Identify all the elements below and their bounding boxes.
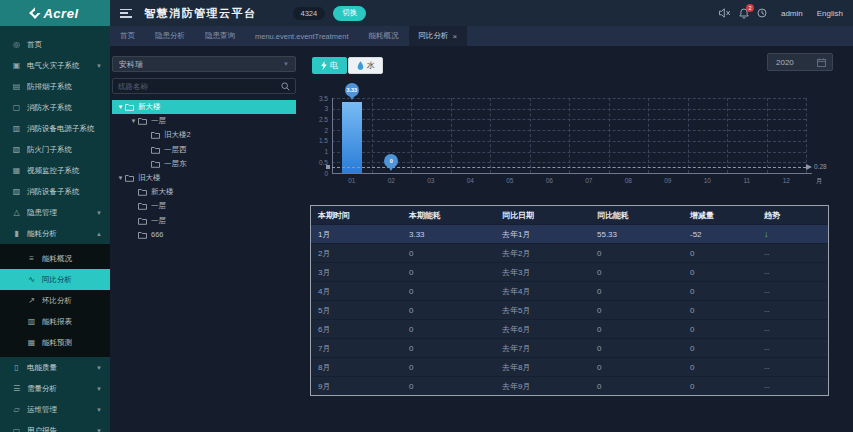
station-select[interactable]: 安科瑞 ▼ bbox=[112, 56, 296, 72]
sidebar-item[interactable]: ▢消防水子系统 bbox=[0, 97, 110, 118]
tree-node-label: 旧大楼2 bbox=[164, 130, 191, 140]
trend-cell: -- bbox=[757, 325, 828, 334]
hazard-icon: △ bbox=[12, 208, 21, 217]
caret-down-icon: ▼ bbox=[116, 104, 125, 110]
x-axis-tick-label: 11 bbox=[727, 177, 767, 184]
average-line-start bbox=[326, 165, 330, 169]
trend-cell: -- bbox=[757, 382, 828, 391]
table-cell: 0 bbox=[683, 249, 757, 258]
tree-node[interactable]: ▼旧大楼 bbox=[112, 171, 296, 185]
x-axis-tick-label: 01 bbox=[332, 177, 372, 184]
x-axis-tick-label: 02 bbox=[372, 177, 412, 184]
sidebar-item[interactable]: ▥消防设备电源子系统 bbox=[0, 118, 110, 139]
sidebar-item[interactable]: ▣电气火灾子系统▼ bbox=[0, 55, 110, 76]
sidebar-item[interactable]: ▤防排烟子系统 bbox=[0, 76, 110, 97]
tree-node[interactable]: 一层 bbox=[112, 214, 296, 228]
tab-item[interactable]: 同比分析× bbox=[409, 26, 468, 46]
table-cell: -52 bbox=[683, 230, 757, 239]
table-cell: 去年2月 bbox=[495, 248, 590, 259]
chevron-down-icon: ▼ bbox=[96, 210, 102, 216]
brand-logo: Acrel bbox=[0, 0, 110, 26]
table-header-cell: 同比能耗 bbox=[590, 210, 683, 221]
table-cell: 0 bbox=[590, 287, 683, 296]
x-axis-tick-label: 07 bbox=[569, 177, 609, 184]
tab-item[interactable]: 能耗概况 bbox=[359, 26, 409, 46]
table-row: 1月3.33去年1月55.33-52↓ bbox=[311, 224, 828, 243]
fire-door-icon: ▧ bbox=[12, 145, 21, 154]
x-axis-tick-label: 05 bbox=[490, 177, 530, 184]
tree-node[interactable]: 旧大楼2 bbox=[112, 128, 296, 142]
tree-node[interactable]: 一层 bbox=[112, 199, 296, 213]
sidebar-subitem[interactable]: ∿同比分析 bbox=[0, 269, 110, 290]
sidebar-item[interactable]: ◎首页 bbox=[0, 34, 110, 55]
table-cell: 去年3月 bbox=[495, 267, 590, 278]
sidebar-subitem[interactable]: ≡能耗概况 bbox=[0, 248, 110, 269]
sidebar-item[interactable]: ▯电能质量▼ bbox=[0, 357, 110, 378]
x-axis-tick-label: 03 bbox=[411, 177, 451, 184]
tab-close-icon[interactable]: × bbox=[453, 32, 458, 41]
brand-name: Acrel bbox=[43, 6, 78, 21]
sidebar-subitem[interactable]: ↗环比分析 bbox=[0, 290, 110, 311]
table-body: 1月3.33去年1月55.33-52↓2月0去年2月00--3月0去年3月00-… bbox=[311, 224, 828, 395]
table-header-cell: 本期时间 bbox=[311, 210, 402, 221]
search-input[interactable] bbox=[118, 82, 281, 91]
search-icon bbox=[281, 82, 290, 91]
average-line bbox=[332, 167, 806, 168]
tab-label: menu.event.eventTreatment bbox=[255, 32, 349, 41]
bell-icon[interactable]: 2 bbox=[739, 8, 749, 19]
tree-node-label: 一层 bbox=[151, 116, 166, 126]
table-cell: 去年8月 bbox=[495, 362, 590, 373]
gridline bbox=[648, 98, 649, 173]
trend-cell: -- bbox=[757, 268, 828, 277]
folder-icon bbox=[125, 103, 134, 111]
electric-button[interactable]: 电 bbox=[312, 57, 347, 74]
year-select[interactable]: 2020 bbox=[767, 53, 833, 71]
table-cell: 0 bbox=[683, 344, 757, 353]
tree-node[interactable]: 一层东 bbox=[112, 157, 296, 171]
user-menu[interactable]: admin bbox=[781, 9, 803, 18]
gridline bbox=[767, 98, 768, 173]
tab-label: 隐患分析 bbox=[155, 31, 185, 41]
tree-node[interactable]: 一层西 bbox=[112, 143, 296, 157]
table-cell: 0 bbox=[402, 382, 495, 391]
tab-item[interactable]: menu.event.eventTreatment bbox=[245, 26, 359, 46]
sidebar-item[interactable]: ▮能耗分析▲ bbox=[0, 223, 110, 244]
tab-item[interactable]: 首页 bbox=[110, 26, 145, 46]
sidebar-item-label: 隐患管理 bbox=[27, 208, 57, 218]
sidebar-item[interactable]: ▨消防设备子系统 bbox=[0, 181, 110, 202]
table-row: 2月0去年2月00-- bbox=[311, 243, 828, 262]
table-cell: 0 bbox=[683, 306, 757, 315]
sidebar-item[interactable]: ▱运维管理▼ bbox=[0, 399, 110, 420]
sidebar-item[interactable]: ▦视频监控子系统 bbox=[0, 160, 110, 181]
tree-node[interactable]: 新大楼 bbox=[112, 185, 296, 199]
energy-type-switch: 电 水 bbox=[312, 57, 384, 74]
tree-node[interactable]: ▼一层 bbox=[112, 114, 296, 128]
sidebar-item[interactable]: ▧防火门子系统 bbox=[0, 139, 110, 160]
sidebar-item[interactable]: ▭用户报告▼ bbox=[0, 420, 110, 432]
clock-icon[interactable] bbox=[757, 8, 767, 18]
tab-bar: 首页隐患分析隐患查询menu.event.eventTreatment能耗概况同… bbox=[110, 26, 853, 46]
language-switch[interactable]: English bbox=[817, 9, 843, 18]
menu-collapse-icon[interactable] bbox=[120, 9, 132, 18]
table-row: 3月0去年3月00-- bbox=[311, 262, 828, 281]
min-marker-pin: 0 bbox=[384, 154, 398, 168]
water-button[interactable]: 水 bbox=[348, 57, 383, 74]
switch-button[interactable]: 切换 bbox=[333, 6, 366, 21]
tree-node[interactable]: ▼新大楼 bbox=[112, 100, 296, 114]
table-cell: 9月 bbox=[311, 381, 402, 392]
table-cell: 0 bbox=[402, 306, 495, 315]
tab-item[interactable]: 隐患分析 bbox=[145, 26, 195, 46]
sidebar-subitem[interactable]: ▦能耗预测 bbox=[0, 332, 110, 353]
mute-icon[interactable] bbox=[719, 8, 731, 18]
tab-item[interactable]: 隐患查询 bbox=[195, 26, 245, 46]
table-cell: 0 bbox=[683, 268, 757, 277]
y-axis-tick-label: 2.5 bbox=[310, 116, 328, 123]
demand-icon: ☰ bbox=[12, 384, 21, 393]
sidebar-item-label: 能耗分析 bbox=[27, 229, 57, 239]
sidebar-item[interactable]: △隐患管理▼ bbox=[0, 202, 110, 223]
y-axis-tick-label: 0 bbox=[310, 170, 328, 177]
x-axis-name: 月 bbox=[816, 177, 823, 186]
tree-node[interactable]: 666 bbox=[112, 228, 296, 242]
sidebar-item[interactable]: ☰需量分析▼ bbox=[0, 378, 110, 399]
sidebar-subitem[interactable]: ▥能耗报表 bbox=[0, 311, 110, 332]
